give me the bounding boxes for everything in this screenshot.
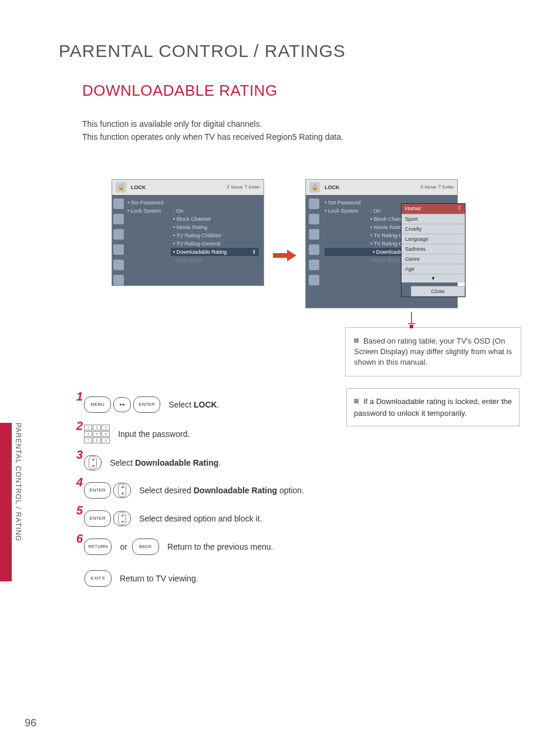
dpad-key: ◂ ▸ — [113, 397, 131, 412]
menu-lock-value: : On — [173, 208, 183, 214]
step-number: 1 — [76, 390, 83, 403]
step-number: 4 — [76, 476, 83, 489]
page-number: 96 — [25, 717, 36, 729]
right-note-box: If a Downloadable rating is locked, ente… — [346, 388, 519, 426]
osd-side-icon — [113, 260, 124, 270]
step6-or: or — [120, 542, 127, 551]
osd-side-icon — [309, 260, 319, 270]
osd-title: LOCK — [131, 184, 146, 190]
popup-item[interactable]: Sport — [402, 214, 465, 224]
menu-lock-value: : On — [370, 208, 380, 214]
menu-input-block: Input Block — [177, 257, 203, 263]
enter-key: ENTER — [84, 482, 111, 499]
intro-line-1: This function is available only for digi… — [82, 117, 525, 130]
popup-item[interactable]: Language — [402, 234, 465, 244]
lock-header-icon: 🔒 — [116, 182, 126, 193]
step-number: 3 — [76, 448, 83, 462]
step4-text: Select desired — [139, 486, 194, 495]
osd-right: 🔒 LOCK ꔀ Move ꔉ Enter • Set Password • L… — [305, 179, 458, 308]
connector-line — [408, 312, 415, 328]
osd-side-icon — [309, 214, 319, 224]
page-heading: DOWNLOADABLE RATING — [82, 82, 525, 100]
step5-text: Select desired option and block it. — [139, 514, 262, 523]
osd-side-icon — [309, 275, 319, 285]
osd-note-box: Based on rating table, your TV's OSD (On… — [345, 327, 521, 377]
osd-side-icon — [113, 198, 124, 209]
menu-downloadable: Downloadable Rating — [177, 249, 227, 255]
osd-side-icon — [113, 214, 124, 224]
menu-movie-rating: Movie Rating — [177, 224, 208, 230]
updown-key — [113, 483, 131, 498]
enter-key: ENTER — [133, 396, 160, 413]
popup-item[interactable]: Sadness — [402, 244, 465, 254]
osd-side-icon — [113, 229, 124, 240]
osd-hint: ꔀ Move ꔉ Enter — [227, 184, 260, 190]
rating-popup: Humorꔉ Sport Cruelty Language Sadness Ge… — [401, 203, 465, 297]
osd-side-icon — [309, 198, 319, 209]
intro-line-2: This function operates only when TV has … — [82, 130, 525, 143]
popup-close-button[interactable]: Close — [411, 286, 465, 297]
menu-tv-general: TV Rating-General — [177, 241, 221, 247]
osd-side-icon — [309, 229, 319, 240]
menu-key: MENU — [84, 396, 111, 413]
numpad-icon: 123 456 789 — [84, 425, 110, 443]
popup-item[interactable]: Age — [402, 264, 465, 274]
menu-downloadable-highlight: • Downloadable Rating⇕ — [171, 248, 259, 256]
step2-text: Input the password. — [118, 429, 190, 439]
step4-target: Downloadable Rating — [194, 486, 277, 495]
osd-title: LOCK — [325, 184, 340, 190]
menu-set-password: Set Password — [328, 200, 361, 206]
osd-hint: ꔀ Move ꔉ Enter — [420, 184, 454, 190]
osd-side-icon — [309, 244, 319, 255]
enter-key: ENTER — [84, 510, 111, 527]
side-label: PARENTAL CONTROL / RATING — [14, 423, 22, 541]
step-number: 5 — [76, 504, 83, 517]
right-note-text: If a Downloadable rating is locked, ente… — [354, 397, 512, 418]
updown-key — [113, 511, 131, 526]
popup-item[interactable]: Genre — [402, 254, 465, 264]
step-number: 2 — [76, 419, 83, 433]
return-key: RETURN — [84, 539, 112, 555]
updown-key — [84, 455, 102, 470]
step1-text: Select — [168, 400, 194, 409]
side-tab — [0, 423, 12, 581]
back-key: BACK — [132, 539, 159, 555]
osd-note-text: Based on rating table, your TV's OSD (On… — [354, 337, 512, 366]
osd-side-icon — [113, 244, 124, 255]
step3-text: Select — [110, 458, 135, 467]
square-bullet-icon — [354, 338, 359, 343]
menu-block-channel: Block Channel — [177, 216, 211, 222]
menu-set-password: Set Password — [131, 200, 164, 206]
step1-target: LOCK — [194, 400, 217, 409]
step3-target: Downloadable Rating — [135, 458, 218, 467]
menu-tv-children: TV Rating-Children — [177, 233, 222, 238]
osd-side-icon — [113, 275, 124, 285]
popup-more-icon[interactable]: ▼ — [402, 274, 465, 282]
menu-lock-system: Lock System — [131, 208, 161, 214]
osd-left: 🔒 LOCK ꔀ Move ꔉ Enter • Set Password • L… — [112, 179, 264, 286]
menu-lock-system: Lock System — [328, 208, 359, 214]
arrow-right-icon — [273, 250, 296, 261]
square-bullet-icon — [354, 399, 359, 403]
exit-key: EXIT ⎘ — [85, 570, 112, 587]
exit-text: Return to TV viewing. — [120, 574, 198, 583]
step6-text: Return to the previous menu. — [167, 542, 274, 551]
svg-rect-0 — [410, 325, 413, 328]
lock-header-icon: 🔒 — [309, 182, 320, 193]
popup-item[interactable]: Cruelty — [402, 224, 465, 234]
step-number: 6 — [76, 532, 83, 546]
section-title: PARENTAL CONTROL / RATINGS — [59, 41, 525, 61]
popup-item-selected[interactable]: Humorꔉ — [402, 204, 465, 214]
